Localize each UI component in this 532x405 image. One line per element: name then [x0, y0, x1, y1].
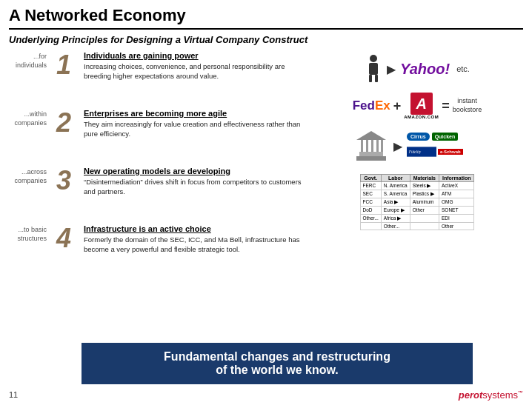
- page-number: 11: [9, 390, 18, 399]
- person-silhouette-icon: [365, 54, 382, 84]
- svg-point-0: [370, 55, 377, 62]
- plus-icon-1: +: [393, 98, 402, 114]
- side-label-2: ...withincompanies: [9, 109, 50, 127]
- svg-rect-6: [361, 140, 363, 152]
- side-label-1: ...forindividuals: [9, 51, 50, 70]
- illus-row-2: FedEx + A AMAZON.COM = instantbookstore: [311, 90, 523, 122]
- principle-text-4: Infrastructure is an active choice Forme…: [84, 224, 305, 255]
- cirrus-logo: Cirrus: [407, 133, 430, 141]
- table-row: DoDEurope ▶OtherSONET: [360, 207, 474, 215]
- svg-rect-4: [356, 156, 386, 161]
- principle-text-1: Individuals are gaining power Increasing…: [84, 51, 305, 81]
- principle-heading-2: Enterprises are becoming more agile: [84, 109, 305, 118]
- table-row: FERCN. AmericaSteels ▶ActiveX: [360, 182, 474, 190]
- table-header-labor: Labor: [381, 175, 410, 182]
- principle-body-1: Increasing choices, convenience, and per…: [84, 61, 305, 81]
- schwab-logo: e·Schwab: [438, 149, 463, 155]
- bottom-banner: Fundamental changes and restructuring of…: [82, 343, 473, 384]
- banner-text-line2: of the world we know.: [216, 364, 339, 376]
- page-container: A Networked Economy Underlying Principle…: [0, 0, 532, 405]
- left-panel: ...forindividuals 1 Individuals are gain…: [9, 51, 305, 332]
- principle-3: ...acrosscompanies 3 New operating model…: [9, 167, 305, 218]
- principle-body-4: Formerly the domain of the SEC, ICC, and…: [84, 235, 305, 255]
- principle-4: ...to basicstructures 4 Infrastructure i…: [9, 224, 305, 276]
- number-4: 4: [50, 224, 78, 252]
- arrow-icon-2: ▶: [393, 139, 402, 153]
- yahoo-logo: Yahoo!: [400, 61, 450, 78]
- side-label-3: ...acrosscompanies: [9, 167, 50, 185]
- yahoo-illustration: ▶ Yahoo! etc.: [365, 54, 470, 84]
- principle-body-3: “Disintermediation” drives shift in focu…: [84, 177, 305, 197]
- svg-rect-7: [366, 140, 368, 152]
- principle-1: ...forindividuals 1 Individuals are gain…: [9, 51, 305, 103]
- svg-rect-10: [381, 140, 383, 152]
- arrow-icon-1: ▶: [387, 62, 396, 76]
- materials-table: Govt. Labor Materials Information FERCN.…: [360, 174, 475, 230]
- page-subtitle: Underlying Principles for Designing a Vi…: [9, 34, 523, 45]
- table-row: Other...Africa ▶EDI: [360, 215, 474, 223]
- svg-rect-8: [371, 140, 373, 152]
- principle-heading-4: Infrastructure is an active choice: [84, 224, 305, 233]
- logos-cluster: Cirrus Quicken Fidelity e·Schwab: [407, 133, 481, 159]
- svg-rect-5: [359, 152, 383, 156]
- illus-row-1: ▶ Yahoo! etc.: [311, 51, 523, 87]
- amazon-logo: A AMAZON.COM: [404, 93, 439, 119]
- table-header-materials: Materials: [410, 175, 439, 182]
- number-3: 3: [50, 167, 78, 195]
- table-row: Other...Other: [360, 223, 474, 230]
- content-area: ...forindividuals 1 Individuals are gain…: [9, 51, 523, 332]
- number-2: 2: [50, 109, 78, 137]
- page-title: A Networked Economy: [9, 6, 523, 30]
- svg-marker-11: [356, 131, 386, 140]
- svg-text:Fidelity: Fidelity: [408, 150, 422, 154]
- svg-rect-3: [375, 75, 378, 82]
- amazon-text: AMAZON.COM: [404, 115, 439, 119]
- perot-logo: perotsystems™: [459, 389, 523, 401]
- illus-row-3: ▶ Cirrus Quicken Fidelity e·Schwab: [311, 125, 523, 167]
- side-label-4: ...to basicstructures: [9, 224, 50, 243]
- principle-heading-1: Individuals are gaining power: [84, 51, 305, 60]
- equals-icon: =: [442, 98, 450, 114]
- table-header-information: Information: [439, 175, 474, 182]
- building-icon: [353, 128, 389, 164]
- fedex-logo: FedEx: [353, 98, 390, 113]
- banner-text-line1: Fundamental changes and restructuring: [164, 350, 390, 363]
- svg-rect-9: [376, 140, 379, 152]
- illus-row-4: Govt. Labor Materials Information FERCN.…: [311, 170, 523, 233]
- fedex-amazon-illustration: FedEx + A AMAZON.COM = instantbookstore: [353, 93, 482, 119]
- principle-heading-3: New operating models are developing: [84, 167, 305, 175]
- etc-text: etc.: [454, 64, 470, 73]
- instant-bookstore-label: instantbookstore: [453, 97, 482, 114]
- principle-text-2: Enterprises are becoming more agile They…: [84, 109, 305, 139]
- table-row: FCCAsia ▶AluminumOMG: [360, 198, 474, 207]
- bank-illustration: ▶ Cirrus Quicken Fidelity e·Schwab: [353, 128, 481, 164]
- table-header-govt: Govt.: [360, 175, 381, 182]
- svg-rect-1: [369, 63, 378, 75]
- number-1: 1: [50, 51, 78, 79]
- svg-rect-2: [369, 75, 372, 82]
- table-row: SECS. AmericaPlastics ▶ATM: [360, 190, 474, 198]
- right-panel: ▶ Yahoo! etc. FedEx +: [311, 51, 523, 332]
- quicken-logo: Quicken: [432, 133, 459, 141]
- fidelity-logo-icon: Fidelity: [407, 144, 436, 159]
- principle-text-3: New operating models are developing “Dis…: [84, 167, 305, 197]
- principle-2: ...withincompanies 2 Enterprises are bec…: [9, 109, 305, 161]
- principle-body-2: They aim increasingly for value creation…: [84, 119, 305, 139]
